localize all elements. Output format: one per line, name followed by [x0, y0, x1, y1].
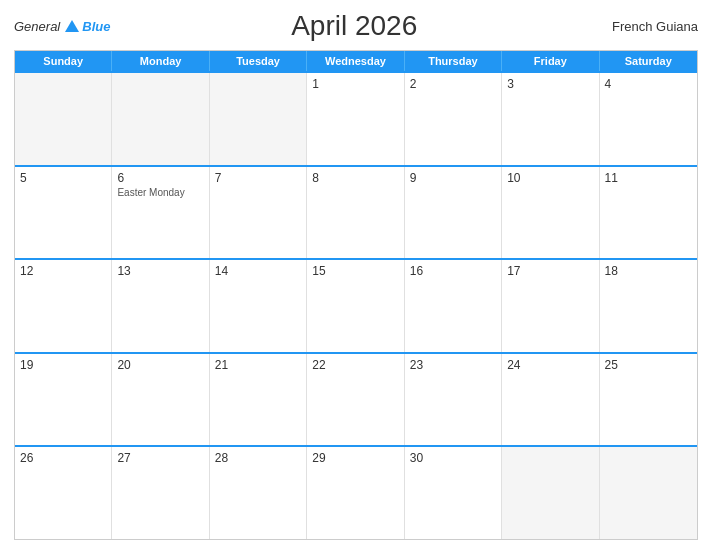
- day-cell-w5-d3: 28: [210, 447, 307, 539]
- region-label: French Guiana: [598, 19, 698, 34]
- day-cell-w1-d1: [15, 73, 112, 165]
- day-cell-w4-d6: 24: [502, 354, 599, 446]
- day-cell-w5-d6: [502, 447, 599, 539]
- header-thursday: Thursday: [405, 51, 502, 71]
- header-wednesday: Wednesday: [307, 51, 404, 71]
- day-cell-w4-d7: 25: [600, 354, 697, 446]
- header: General Blue April 2026 French Guiana: [14, 10, 698, 42]
- day-number: 30: [410, 451, 496, 465]
- calendar-grid: Sunday Monday Tuesday Wednesday Thursday…: [14, 50, 698, 540]
- day-cell-w1-d2: [112, 73, 209, 165]
- day-number: 12: [20, 264, 106, 278]
- day-number: 11: [605, 171, 692, 185]
- day-number: 3: [507, 77, 593, 91]
- day-cell-w3-d1: 12: [15, 260, 112, 352]
- day-cell-w2-d4: 8: [307, 167, 404, 259]
- week-row-2: 56Easter Monday7891011: [15, 165, 697, 259]
- day-number: 9: [410, 171, 496, 185]
- logo-general-text: General: [14, 19, 60, 34]
- day-number: 10: [507, 171, 593, 185]
- logo-triangle-icon: [65, 20, 79, 32]
- header-sunday: Sunday: [15, 51, 112, 71]
- day-number: 8: [312, 171, 398, 185]
- day-number: 14: [215, 264, 301, 278]
- holiday-label: Easter Monday: [117, 187, 203, 199]
- day-cell-w4-d5: 23: [405, 354, 502, 446]
- calendar-page: General Blue April 2026 French Guiana Su…: [0, 0, 712, 550]
- day-cell-w5-d5: 30: [405, 447, 502, 539]
- day-number: 1: [312, 77, 398, 91]
- week-row-5: 2627282930: [15, 445, 697, 539]
- day-cell-w3-d4: 15: [307, 260, 404, 352]
- day-cell-w2-d7: 11: [600, 167, 697, 259]
- day-cell-w1-d3: [210, 73, 307, 165]
- day-cell-w2-d3: 7: [210, 167, 307, 259]
- day-cell-w1-d4: 1: [307, 73, 404, 165]
- week-row-4: 19202122232425: [15, 352, 697, 446]
- weekday-headers: Sunday Monday Tuesday Wednesday Thursday…: [15, 51, 697, 71]
- day-cell-w3-d3: 14: [210, 260, 307, 352]
- day-number: 20: [117, 358, 203, 372]
- day-cell-w5-d4: 29: [307, 447, 404, 539]
- day-number: 28: [215, 451, 301, 465]
- day-cell-w5-d1: 26: [15, 447, 112, 539]
- day-cell-w2-d6: 10: [502, 167, 599, 259]
- day-number: 4: [605, 77, 692, 91]
- day-number: 7: [215, 171, 301, 185]
- header-monday: Monday: [112, 51, 209, 71]
- day-cell-w5-d2: 27: [112, 447, 209, 539]
- day-cell-w5-d7: [600, 447, 697, 539]
- day-cell-w4-d2: 20: [112, 354, 209, 446]
- day-cell-w4-d1: 19: [15, 354, 112, 446]
- logo: General Blue: [14, 19, 110, 34]
- day-number: 25: [605, 358, 692, 372]
- day-cell-w1-d7: 4: [600, 73, 697, 165]
- day-cell-w1-d5: 2: [405, 73, 502, 165]
- day-cell-w3-d2: 13: [112, 260, 209, 352]
- day-number: 29: [312, 451, 398, 465]
- header-friday: Friday: [502, 51, 599, 71]
- day-number: 22: [312, 358, 398, 372]
- day-cell-w1-d6: 3: [502, 73, 599, 165]
- header-saturday: Saturday: [600, 51, 697, 71]
- day-number: 21: [215, 358, 301, 372]
- day-number: 15: [312, 264, 398, 278]
- day-number: 13: [117, 264, 203, 278]
- day-number: 2: [410, 77, 496, 91]
- logo-blue-text: Blue: [82, 19, 110, 34]
- day-number: 23: [410, 358, 496, 372]
- day-number: 17: [507, 264, 593, 278]
- day-number: 26: [20, 451, 106, 465]
- day-number: 27: [117, 451, 203, 465]
- day-cell-w4-d4: 22: [307, 354, 404, 446]
- day-number: 24: [507, 358, 593, 372]
- week-row-3: 12131415161718: [15, 258, 697, 352]
- day-cell-w3-d7: 18: [600, 260, 697, 352]
- day-number: 18: [605, 264, 692, 278]
- day-number: 5: [20, 171, 106, 185]
- day-cell-w2-d1: 5: [15, 167, 112, 259]
- day-number: 16: [410, 264, 496, 278]
- day-cell-w3-d5: 16: [405, 260, 502, 352]
- day-cell-w4-d3: 21: [210, 354, 307, 446]
- header-tuesday: Tuesday: [210, 51, 307, 71]
- day-number: 19: [20, 358, 106, 372]
- calendar-title: April 2026: [110, 10, 598, 42]
- day-cell-w3-d6: 17: [502, 260, 599, 352]
- day-cell-w2-d5: 9: [405, 167, 502, 259]
- day-cell-w2-d2: 6Easter Monday: [112, 167, 209, 259]
- day-number: 6: [117, 171, 203, 185]
- weeks-container: 123456Easter Monday789101112131415161718…: [15, 71, 697, 539]
- week-row-1: 1234: [15, 71, 697, 165]
